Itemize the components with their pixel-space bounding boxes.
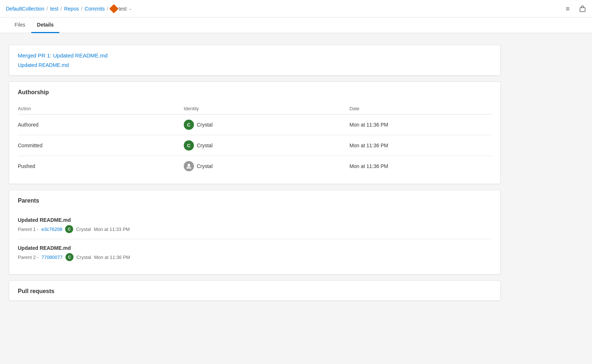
parents-title: Parents <box>18 197 492 204</box>
parent-author: Crystal <box>76 227 91 232</box>
repo-icon <box>109 4 118 13</box>
sep-1: / <box>47 6 48 12</box>
identity-cell: C Crystal <box>184 135 350 156</box>
identity-name: Crystal <box>197 163 213 169</box>
breadcrumb-collection[interactable]: DefaultCollection <box>6 6 44 12</box>
nav-icons: ≡ <box>566 5 586 12</box>
parents-card-body: Parents Updated README.md Parent 1 - e3c… <box>9 190 500 274</box>
authorship-card-body: Authorship Action Identity Date Authored… <box>9 82 500 184</box>
commit-subtitle[interactable]: Updated README.md <box>18 62 492 68</box>
date-cell: Mon at 11:36 PM <box>349 156 492 177</box>
parent-label: Parent 1 - <box>18 227 39 232</box>
commit-card-body: Merged PR 1: Updated README.md Updated R… <box>9 45 500 75</box>
parent-hash[interactable]: e3c76208 <box>41 227 62 232</box>
col-header-identity: Identity <box>184 103 350 115</box>
col-header-action: Action <box>18 103 184 115</box>
action-cell: Committed <box>18 135 184 156</box>
parent-date: Mon at 11:33 PM <box>94 227 130 232</box>
sep-4: / <box>107 6 108 12</box>
action-cell: Pushed <box>18 156 184 177</box>
tab-files[interactable]: Files <box>9 17 31 33</box>
tab-details[interactable]: Details <box>31 17 60 33</box>
parent-meta: Parent 1 - e3c76208 C Crystal Mon at 11:… <box>18 225 492 233</box>
authorship-table: Action Identity Date Authored C Crystal … <box>18 103 492 176</box>
parent-avatar: C <box>65 253 73 261</box>
authorship-row: Committed C Crystal Mon at 11:36 PM <box>18 135 492 156</box>
identity-cell: C Crystal <box>184 115 350 135</box>
identity-name: Crystal <box>197 143 213 148</box>
tabs: Files Details <box>0 17 592 33</box>
parent-item: Updated README.md Parent 2 - 77080077 C … <box>18 239 492 267</box>
parent-avatar: C <box>65 225 73 233</box>
authorship-row: Authored C Crystal Mon at 11:36 PM <box>18 115 492 135</box>
pull-requests-card: Pull requests <box>9 280 501 301</box>
commit-card: Merged PR 1: Updated README.md Updated R… <box>9 45 501 76</box>
pull-requests-title: Pull requests <box>9 281 500 300</box>
list-icon[interactable]: ≡ <box>566 5 573 12</box>
breadcrumb-repos[interactable]: Repos <box>64 6 79 12</box>
parent-commit-title[interactable]: Updated README.md <box>18 217 492 223</box>
parent-label: Parent 2 - <box>18 255 39 260</box>
authorship-card: Authorship Action Identity Date Authored… <box>9 81 501 184</box>
parent-date: Mon at 11:36 PM <box>94 255 130 260</box>
breadcrumb-repo[interactable]: test ⌄ <box>111 5 132 12</box>
main-content: Merged PR 1: Updated README.md Updated R… <box>0 33 509 312</box>
sep-2: / <box>60 6 62 12</box>
svg-point-1 <box>187 164 190 167</box>
bag-icon[interactable] <box>579 5 586 12</box>
parent-commit-title[interactable]: Updated README.md <box>18 245 492 251</box>
repo-name: test <box>119 6 127 12</box>
breadcrumb-project[interactable]: test <box>50 6 59 12</box>
commit-title[interactable]: Merged PR 1: Updated README.md <box>18 52 492 59</box>
parent-meta: Parent 2 - 77080077 C Crystal Mon at 11:… <box>18 253 492 261</box>
avatar <box>184 161 194 171</box>
parents-card: Parents Updated README.md Parent 1 - e3c… <box>9 190 501 275</box>
breadcrumb: DefaultCollection / test / Repos / Commi… <box>6 5 132 12</box>
date-cell: Mon at 11:36 PM <box>349 115 492 135</box>
date-cell: Mon at 11:36 PM <box>349 135 492 156</box>
chevron-down-icon[interactable]: ⌄ <box>129 7 132 11</box>
avatar: C <box>184 120 194 130</box>
avatar: C <box>184 140 194 151</box>
sep-3: / <box>81 6 83 12</box>
parent-item: Updated README.md Parent 1 - e3c76208 C … <box>18 211 492 239</box>
authorship-title: Authorship <box>18 89 492 96</box>
svg-rect-0 <box>580 8 585 12</box>
identity-cell: Crystal <box>184 156 350 177</box>
col-header-date: Date <box>349 103 492 115</box>
parent-author: Crystal <box>76 255 91 260</box>
action-cell: Authored <box>18 115 184 135</box>
authorship-row: Pushed Crystal Mon at 11:36 PM <box>18 156 492 177</box>
parents-list: Updated README.md Parent 1 - e3c76208 C … <box>18 211 492 267</box>
breadcrumb-commits[interactable]: Commits <box>85 6 105 12</box>
identity-name: Crystal <box>197 122 213 128</box>
parent-hash[interactable]: 77080077 <box>41 255 63 260</box>
top-nav: DefaultCollection / test / Repos / Commi… <box>0 0 592 17</box>
